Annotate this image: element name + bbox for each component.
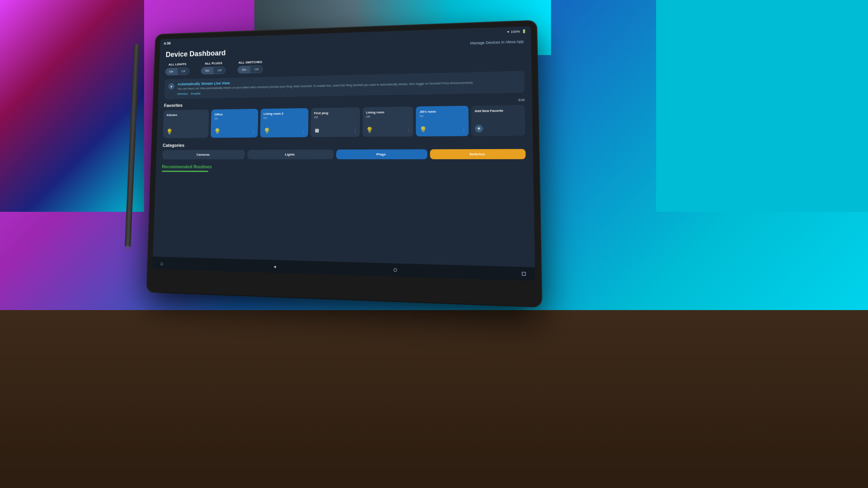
stream-content: Automatically Stream Live View You can h… — [177, 75, 520, 96]
plugs-off-button[interactable]: Off — [214, 67, 225, 74]
category-plugs[interactable]: Plugs — [336, 150, 427, 160]
toggle-group-switches: ALL SWITCHES On Off — [237, 60, 263, 74]
enable-button[interactable]: Enable — [191, 92, 201, 96]
home-nav-icon[interactable]: ⌂ — [160, 260, 164, 266]
favorite-living-room-status: Off — [366, 115, 410, 118]
lights-off-button[interactable]: Off — [177, 68, 189, 75]
status-icons: ▾ 100% 🔋 — [507, 29, 526, 34]
battery-icon: 🔋 — [522, 29, 526, 33]
favorite-first-plug-name: First plug — [314, 111, 357, 115]
favorite-kitchen-name: Kitchen — [167, 113, 206, 117]
category-lights[interactable]: Lights — [247, 150, 334, 159]
stream-icon: ● — [168, 83, 175, 89]
bg-screen-left — [0, 0, 144, 212]
lightbulb-icon: 💡 — [263, 128, 270, 134]
switches-on-button[interactable]: On — [238, 66, 250, 73]
lights-toggle: On Off — [165, 67, 189, 75]
toggle-group-plugs: ALL PLUGS On Off — [201, 61, 226, 75]
switches-label: ALL SWITCHES — [239, 60, 262, 64]
favorite-office-name: Office — [214, 112, 255, 116]
plugs-on-button[interactable]: On — [201, 67, 213, 74]
card-dots: ⋮ — [251, 130, 256, 134]
switches-toggle: On Off — [237, 65, 263, 74]
edit-favorites-button[interactable]: Edit — [518, 98, 525, 102]
category-switches[interactable]: Switches — [430, 149, 526, 159]
bg-screen-right — [656, 0, 868, 212]
category-cameras[interactable]: Cameras — [162, 150, 245, 159]
plugs-toggle: On Off — [201, 67, 226, 75]
card-dots: ⋮ — [301, 129, 306, 134]
favorite-living-room-2-status: On — [264, 116, 305, 119]
favorite-first-plug[interactable]: First plug Off ⏹ ⋮ — [311, 107, 360, 137]
back-nav-icon[interactable]: ◄ — [273, 264, 277, 269]
tablet-device: 4:38 ▾ 100% 🔋 Device Dashboard Manage De… — [147, 21, 542, 307]
wifi-icon: ▾ — [507, 30, 509, 33]
categories-header: Categories — [163, 141, 526, 148]
favorite-kitchen-status — [167, 117, 206, 118]
favorite-jills-room-status: On — [420, 114, 465, 117]
favorite-living-room-2[interactable]: Living room 2 On 💡 ⋮ — [260, 108, 308, 137]
manage-devices-link[interactable]: Manage Devices in Alexa App — [470, 39, 524, 45]
lightbulb-icon: 💡 — [166, 128, 173, 135]
recents-nav-icon[interactable] — [522, 272, 526, 276]
lightbulb-icon: 💡 — [420, 126, 427, 133]
home-circle-nav[interactable] — [393, 268, 397, 272]
status-time: 4:38 — [164, 41, 170, 45]
plugs-label: ALL PLUGS — [205, 61, 222, 66]
favorite-kitchen[interactable]: Kitchen 💡 — [163, 110, 209, 138]
favorite-living-room[interactable]: Living room Off 💡 ⋮ — [362, 107, 413, 137]
categories-grid: Cameras Lights Plugs Switches — [162, 149, 526, 160]
plug-icon: ⏹ — [314, 127, 320, 134]
stream-banner: ● Automatically Stream Live View You can… — [164, 71, 524, 99]
plus-icon: + — [475, 125, 483, 133]
main-content: Device Dashboard Manage Devices in Alexa… — [153, 36, 535, 267]
tablet-screen: 4:38 ▾ 100% 🔋 Device Dashboard Manage De… — [153, 26, 535, 281]
lights-on-button[interactable]: On — [165, 68, 177, 75]
routines-section: Recommended Routines — [162, 164, 526, 173]
favorite-jills-room-name: Jill's room — [420, 109, 465, 114]
desk-surface — [0, 310, 868, 488]
favorite-first-plug-status: Off — [314, 115, 357, 119]
page-title: Device Dashboard — [166, 49, 226, 59]
routines-progress-bar — [162, 171, 208, 172]
favorite-office[interactable]: Office On 💡 ⋮ — [211, 109, 258, 138]
card-dots: ⋮ — [461, 128, 466, 133]
battery-text: 100% — [511, 29, 520, 33]
dismiss-button[interactable]: Dismiss — [177, 92, 188, 96]
favorite-living-room-name: Living room — [366, 110, 410, 114]
favorite-jills-room[interactable]: Jill's room On 💡 ⋮ — [416, 106, 469, 136]
lightbulb-icon: 💡 — [214, 128, 221, 134]
favorites-grid: Kitchen 💡 Office On 💡 ⋮ Living room 2 On… — [163, 105, 525, 138]
toggle-group-lights: ALL LIGHTS On Off — [165, 62, 189, 75]
categories-title: Categories — [163, 143, 185, 148]
favorite-office-status: On — [214, 116, 255, 120]
routines-title: Recommended Routines — [162, 164, 526, 170]
add-favorite-label: Add New Favorite — [475, 109, 504, 113]
lightbulb-icon: 💡 — [366, 127, 373, 133]
card-dots: ⋮ — [406, 128, 411, 133]
stylus-tip — [127, 245, 129, 250]
favorite-living-room-2-name: Living room 2 — [264, 111, 305, 116]
switches-off-button[interactable]: Off — [250, 66, 263, 73]
card-dots: ⋮ — [353, 129, 357, 133]
favorites-title: Favorites — [164, 103, 183, 108]
add-favorite-button[interactable]: Add New Favorite + — [471, 105, 525, 136]
lights-label: ALL LIGHTS — [169, 62, 186, 67]
